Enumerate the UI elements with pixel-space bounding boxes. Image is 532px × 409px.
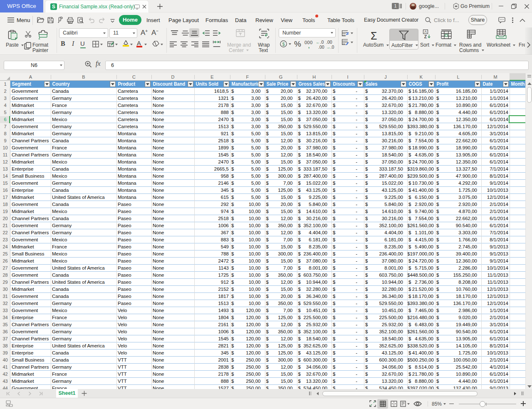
svg-text:A: A [424,30,427,34]
svg-text:$: $ [282,42,285,47]
svg-text:Z: Z [424,34,427,39]
